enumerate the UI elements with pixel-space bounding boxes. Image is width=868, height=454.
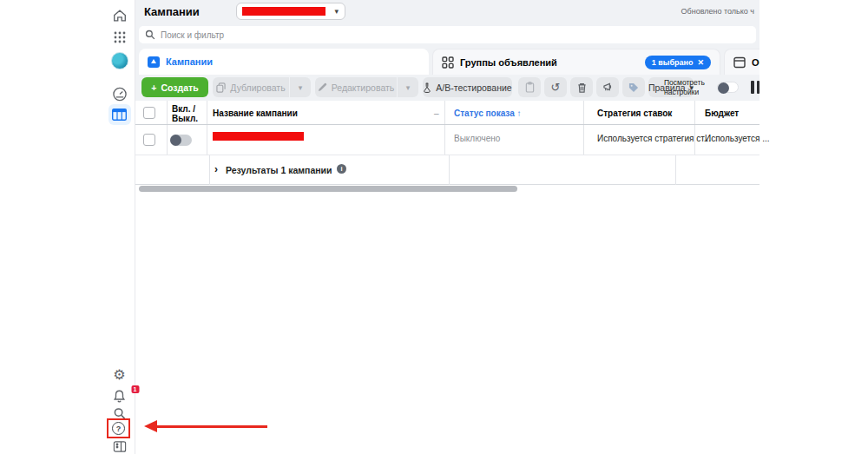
tab-campaigns[interactable]: Кампании (139, 49, 429, 75)
entity-tabs: Кампании Группы объявлений 1 выбрано ✕ О… (135, 47, 760, 75)
tab-campaigns-label: Кампании (166, 56, 213, 67)
budget-cell: Используется ... (705, 134, 770, 143)
updated-status-text: Обновлено только ч (681, 7, 754, 16)
undo-icon: ↺ (551, 81, 561, 94)
campaign-row[interactable]: Выключено Используется стратегия ст... И… (135, 125, 760, 155)
trash-icon (577, 82, 587, 93)
chevron-down-icon: ▾ (299, 83, 303, 92)
flask-icon (423, 82, 431, 93)
apps-grid-icon[interactable] (113, 30, 127, 44)
results-summary-row: › Результаты 1 кампании i (135, 155, 760, 185)
ab-test-button-label: A/B-тестирование (436, 82, 511, 93)
campaigns-folder-icon (148, 56, 160, 68)
tab-adsets[interactable]: Группы объявлений 1 выбрано ✕ (432, 49, 720, 75)
clipboard-button[interactable] (518, 77, 541, 97)
megaphone-icon (602, 82, 614, 92)
toggle-knob (718, 82, 729, 94)
duplicate-caret-button[interactable]: ▾ (290, 77, 311, 97)
clipboard-icon (525, 82, 535, 93)
col-header-on-off: Вкл. / Выкл. (172, 104, 198, 123)
col-header-name[interactable]: Название кампании (213, 109, 298, 118)
expand-chevron-icon[interactable]: › (214, 163, 218, 175)
tag-icon (628, 82, 639, 93)
campaigns-table: Вкл. / Выкл. Название кампании – Статус … (135, 101, 760, 185)
account-avatar[interactable] (111, 52, 128, 69)
campaign-on-off-toggle[interactable] (170, 135, 192, 146)
columns-icon[interactable] (751, 81, 760, 94)
annotation-highlight-box: ? (107, 418, 130, 438)
annotation-arrow-head (144, 420, 157, 432)
left-sidebar: ⚙ 1 (104, 0, 135, 454)
redacted-account-name (242, 7, 326, 16)
collapse-panel-icon[interactable] (113, 441, 126, 452)
chevron-down-icon: ▾ (334, 7, 339, 16)
chevron-down-icon: ▾ (406, 83, 411, 92)
pencil-icon (318, 82, 327, 92)
info-icon[interactable]: i (337, 164, 346, 174)
search-filter-bar[interactable] (139, 26, 756, 43)
results-summary-text: Результаты 1 кампании (226, 165, 332, 175)
action-toolbar: + Создать Дублировать ▾ Редактировать ▾ … (135, 75, 760, 101)
create-button-label: Создать (161, 82, 198, 93)
settings-gear-icon[interactable]: ⚙ (113, 368, 125, 382)
sort-dash-icon[interactable]: – (434, 109, 439, 118)
clear-selection-icon[interactable]: ✕ (697, 58, 704, 67)
gauge-icon[interactable] (112, 87, 127, 102)
sort-up-icon: ↑ (517, 109, 522, 118)
search-input[interactable] (161, 30, 750, 40)
edit-button[interactable]: Редактировать (315, 77, 397, 97)
promote-button[interactable] (596, 77, 619, 97)
tab-adsets-label: Группы объявлений (460, 57, 557, 68)
row-checkbox[interactable] (143, 134, 155, 146)
duplicate-button[interactable]: Дублировать (213, 77, 289, 97)
redacted-campaign-name (213, 132, 304, 141)
ads-manager-table-icon[interactable] (108, 104, 131, 125)
create-button[interactable]: + Создать (141, 77, 208, 97)
copy-icon (216, 82, 226, 93)
adsets-grid-icon (442, 56, 454, 69)
view-settings-toggle[interactable] (717, 82, 739, 93)
view-settings-label: Посмотреть настройки (664, 78, 705, 97)
home-icon[interactable] (112, 8, 128, 23)
ads-frame-icon (733, 56, 746, 69)
edit-caret-button[interactable]: ▾ (398, 77, 418, 97)
search-icon (145, 30, 155, 40)
plus-icon: + (151, 82, 156, 93)
duplicate-button-label: Дублировать (230, 82, 285, 93)
section-title: Кампании (144, 5, 200, 18)
scrollbar-thumb[interactable] (139, 186, 517, 192)
tab-ads[interactable]: Объя (724, 49, 760, 75)
horizontal-scrollbar (135, 185, 760, 193)
account-dropdown[interactable]: ▾ (236, 3, 345, 20)
selected-count-pill[interactable]: 1 выбрано ✕ (645, 56, 711, 69)
top-bar: Кампании ▾ Обновлено только ч (135, 0, 760, 23)
delivery-status-cell: Выключено (454, 134, 500, 143)
table-header-row: Вкл. / Выкл. Название кампании – Статус … (135, 101, 760, 125)
bid-strategy-cell: Используется стратегия ст... (597, 134, 711, 143)
notifications-bell-icon[interactable]: 1 (104, 389, 135, 403)
toggle-knob (170, 135, 181, 146)
selected-count-text: 1 выбрано (652, 58, 694, 67)
undo-button[interactable]: ↺ (544, 77, 567, 97)
col-header-delivery[interactable]: Статус показа ↑ (454, 109, 522, 118)
select-all-checkbox[interactable] (143, 107, 155, 119)
edit-button-label: Редактировать (332, 82, 395, 93)
tab-ads-label: Объя (752, 57, 760, 68)
col-header-bid-strategy[interactable]: Стратегия ставок (597, 109, 672, 118)
ab-test-button[interactable]: A/B-тестирование (423, 77, 512, 97)
help-icon[interactable]: ? (112, 422, 125, 435)
ads-manager-screen: ⚙ 1 ? Кампании ▾ Обновлено только ч (0, 0, 868, 454)
tag-button[interactable] (622, 77, 645, 97)
annotation-arrow (156, 425, 267, 428)
search-row (135, 23, 760, 47)
col-header-budget[interactable]: Бюджет (705, 109, 739, 118)
delete-button[interactable] (570, 77, 593, 97)
notification-count-badge: 1 (131, 385, 139, 393)
